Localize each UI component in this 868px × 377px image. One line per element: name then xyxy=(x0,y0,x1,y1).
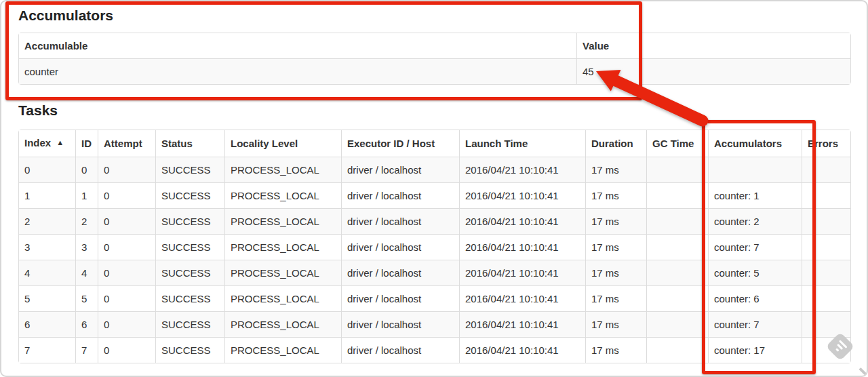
table-cell: counter: 5 xyxy=(708,260,802,285)
table-cell: counter: 17 xyxy=(708,337,802,363)
column-header-label: Accumulators xyxy=(714,138,782,149)
table-cell xyxy=(646,208,708,234)
table-cell: 3 xyxy=(19,234,75,260)
table-row: 330SUCCESSPROCESS_LOCALdriver / localhos… xyxy=(19,234,850,260)
table-cell: counter: 7 xyxy=(708,311,802,337)
table-cell: SUCCESS xyxy=(155,208,224,234)
table-cell: 7 xyxy=(75,337,98,363)
table-row: 220SUCCESSPROCESS_LOCALdriver / localhos… xyxy=(19,208,850,234)
table-cell: driver / localhost xyxy=(341,208,459,234)
column-header-executor-id-host[interactable]: Executor ID / Host xyxy=(341,130,459,157)
table-cell: 0 xyxy=(98,337,155,363)
column-header-label: Executor ID / Host xyxy=(347,138,435,149)
table-row: 000SUCCESSPROCESS_LOCALdriver / localhos… xyxy=(19,157,850,182)
accumulators-table: AccumulableValuecounter45 xyxy=(18,33,851,85)
table-cell: PROCESS_LOCAL xyxy=(224,157,341,182)
table-cell: SUCCESS xyxy=(155,234,224,260)
table-row: 440SUCCESSPROCESS_LOCALdriver / localhos… xyxy=(19,260,850,285)
table-cell: SUCCESS xyxy=(155,311,224,337)
table-cell: driver / localhost xyxy=(341,337,459,363)
table-cell: 6 xyxy=(75,311,98,337)
accumulators-section-title: Accumulators xyxy=(18,7,850,24)
watermark-corner-mark xyxy=(859,368,867,376)
table-cell: 2016/04/21 10:10:41 xyxy=(459,311,585,337)
table-cell: driver / localhost xyxy=(341,285,459,311)
table-cell: counter: 1 xyxy=(708,182,802,208)
table-cell: 2016/04/21 10:10:41 xyxy=(459,234,585,260)
table-cell: 2016/04/21 10:10:41 xyxy=(459,157,585,182)
table-cell: 2016/04/21 10:10:41 xyxy=(459,260,585,285)
table-cell: 5 xyxy=(75,285,98,311)
header-row: Index▲IDAttemptStatusLocality LevelExecu… xyxy=(19,130,850,157)
column-header-label: ID xyxy=(81,138,92,149)
table-cell: 0 xyxy=(19,157,75,182)
column-header-accumulable: Accumulable xyxy=(19,33,576,58)
table-cell xyxy=(802,234,850,260)
table-cell: PROCESS_LOCAL xyxy=(224,311,341,337)
table-cell: 4 xyxy=(75,260,98,285)
column-header-label: Status xyxy=(161,138,193,149)
table-cell: 17 ms xyxy=(585,337,646,363)
table-cell xyxy=(646,157,708,182)
table-cell xyxy=(646,234,708,260)
table-cell: 0 xyxy=(98,285,155,311)
table-row: 110SUCCESSPROCESS_LOCALdriver / localhos… xyxy=(19,182,850,208)
column-header-label: Accumulable xyxy=(24,40,87,52)
column-header-accumulators[interactable]: Accumulators xyxy=(708,130,802,157)
table-cell: 1 xyxy=(19,182,75,208)
table-cell xyxy=(646,285,708,311)
table-cell: PROCESS_LOCAL xyxy=(224,208,341,234)
column-header-status[interactable]: Status xyxy=(155,130,224,157)
table-cell: 2016/04/21 10:10:41 xyxy=(459,337,585,363)
table-row: 660SUCCESSPROCESS_LOCALdriver / localhos… xyxy=(19,311,850,337)
table-cell: driver / localhost xyxy=(341,260,459,285)
column-header-launch-time[interactable]: Launch Time xyxy=(459,130,585,157)
table-cell: 1 xyxy=(75,182,98,208)
table-cell: 7 xyxy=(19,337,75,363)
column-header-gc-time[interactable]: GC Time xyxy=(646,130,708,157)
table-cell: 4 xyxy=(19,260,75,285)
table-cell: 17 ms xyxy=(585,260,646,285)
table-cell: 0 xyxy=(75,157,98,182)
table-cell: SUCCESS xyxy=(155,260,224,285)
table-cell: 17 ms xyxy=(585,182,646,208)
column-header-label: Value xyxy=(583,40,609,52)
column-header-label: Index xyxy=(24,137,51,148)
column-header-label: Attempt xyxy=(104,138,142,149)
table-cell: 17 ms xyxy=(585,234,646,260)
table-cell: SUCCESS xyxy=(155,337,224,363)
table-cell: 5 xyxy=(19,285,75,311)
table-row: 550SUCCESSPROCESS_LOCALdriver / localhos… xyxy=(19,285,850,311)
table-cell: 3 xyxy=(75,234,98,260)
column-header-index[interactable]: Index▲ xyxy=(19,130,75,157)
column-header-errors[interactable]: Errors xyxy=(802,130,850,157)
table-cell: 2016/04/21 10:10:41 xyxy=(459,285,585,311)
page-content: Accumulators AccumulableValuecounter45 T… xyxy=(1,7,867,363)
table-cell xyxy=(802,311,850,337)
table-row: counter45 xyxy=(19,58,850,84)
column-header-id[interactable]: ID xyxy=(75,130,98,157)
column-header-value: Value xyxy=(576,33,850,58)
column-header-attempt[interactable]: Attempt xyxy=(98,130,155,157)
table-cell: 0 xyxy=(98,260,155,285)
header-row: AccumulableValue xyxy=(19,33,850,58)
table-cell: counter: 7 xyxy=(708,234,802,260)
table-cell: 45 xyxy=(576,58,850,84)
table-cell xyxy=(646,337,708,363)
table-cell xyxy=(802,260,850,285)
column-header-locality-level[interactable]: Locality Level xyxy=(224,130,341,157)
column-header-duration[interactable]: Duration xyxy=(585,130,646,157)
table-cell: PROCESS_LOCAL xyxy=(224,234,341,260)
table-cell: 2 xyxy=(75,208,98,234)
table-cell xyxy=(802,182,850,208)
column-header-label: Locality Level xyxy=(231,138,298,149)
table-cell: SUCCESS xyxy=(155,182,224,208)
table-cell: SUCCESS xyxy=(155,285,224,311)
spark-stage-page: Accumulators AccumulableValuecounter45 T… xyxy=(0,0,868,377)
column-header-label: Duration xyxy=(591,138,633,149)
table-cell: 17 ms xyxy=(585,285,646,311)
table-cell xyxy=(646,182,708,208)
table-cell: 6 xyxy=(19,311,75,337)
table-cell: 0 xyxy=(98,311,155,337)
table-cell: 0 xyxy=(98,208,155,234)
